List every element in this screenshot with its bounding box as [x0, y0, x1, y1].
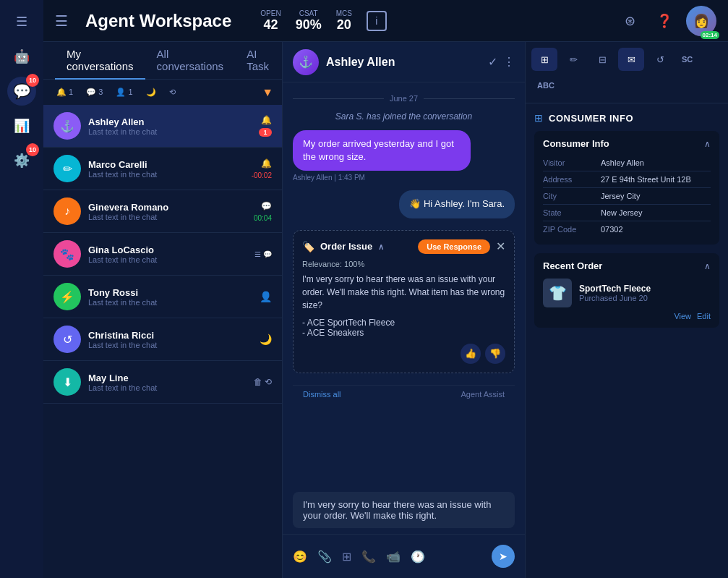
phone-icon[interactable]: 📞: [361, 550, 376, 564]
conv-sub-ashley: Last text in the chat: [88, 127, 252, 136]
conversation-tabs: My conversations All conversations AI Ta…: [43, 42, 282, 80]
conv-item-christina[interactable]: ↺ Christina Ricci Last text in the chat …: [43, 318, 282, 361]
input-toolbar: 😊 📎 ⊞ 📞 📹 🕐 ➤: [293, 542, 515, 571]
more-icon[interactable]: ⋮: [503, 55, 515, 69]
rp-tab-sc[interactable]: SC: [676, 48, 698, 71]
timer-badge: 02:14: [701, 31, 719, 39]
consumer-info-card-header: Consumer Info ∧: [543, 138, 711, 149]
order-thumbnail: 👕: [543, 279, 572, 307]
section-title: CONSUMER INFO: [549, 113, 719, 124]
conv-item-marco[interactable]: ✏ Marco Carelli Last text in the chat 🔔 …: [43, 148, 282, 190]
checkmark-icon[interactable]: ✓: [488, 55, 497, 69]
use-response-button[interactable]: Use Response: [418, 239, 490, 254]
filter-chat[interactable]: 💬 3: [82, 85, 107, 99]
main-area: ☰ Agent Workspace Open 42 CSAT 90% MCS 2…: [43, 0, 728, 578]
suggestion-header: 🏷️ Order Issue ∧ Use Response ✕: [302, 239, 505, 254]
conv-avatar-ginevera: ♪: [53, 197, 81, 225]
rail-stats-icon[interactable]: 📊: [7, 111, 36, 140]
hamburger-icon[interactable]: ☰: [55, 12, 68, 30]
suggestion-list-item-2: - ACE Sneakers: [302, 328, 505, 338]
tab-all-conversations[interactable]: All conversations: [145, 42, 236, 80]
send-button[interactable]: ➤: [492, 545, 515, 568]
conv-info-tony: Tony Rossi Last text in the chat: [88, 287, 252, 307]
rp-tab-grid[interactable]: ⊟: [589, 48, 615, 71]
conv-info-marco: Marco Carelli Last text in the chat: [88, 159, 244, 179]
stat-open-label: Open: [260, 9, 281, 17]
attachment-icon[interactable]: 📎: [317, 550, 332, 564]
cobrowse-icon[interactable]: ⊞: [342, 550, 351, 564]
recent-order-toggle[interactable]: ∧: [704, 261, 711, 271]
ci-key-zip: ZIP Code: [543, 225, 601, 234]
conv-name-gina: Gina LoCascio: [88, 245, 247, 255]
clock-icon[interactable]: 🕐: [411, 550, 425, 564]
recent-order-card: Recent Order ∧ 👕 SportTech Fleece Purcha…: [534, 253, 719, 328]
consumer-info-section-header: ⊞ CONSUMER INFO: [534, 112, 719, 124]
rp-tab-history[interactable]: ↺: [647, 48, 673, 71]
conversation-list: ⚓ Ashley Allen Last text in the chat 🔔 1…: [43, 105, 282, 578]
conv-item-tony[interactable]: ⚡ Tony Rossi Last text in the chat 👤: [43, 276, 282, 318]
consumer-info-icon: ⊞: [534, 112, 543, 124]
help-icon[interactable]: ❓: [651, 8, 677, 34]
close-suggestion-button[interactable]: ✕: [496, 239, 505, 253]
conversations-panel: My conversations All conversations AI Ta…: [43, 42, 282, 578]
conv-avatar-ashley: ⚓: [53, 112, 81, 140]
conv-item-may[interactable]: ⬇ May Line Last text in the chat 🗑 ⟲: [43, 361, 282, 404]
chat-header-actions: ✓ ⋮: [488, 55, 515, 69]
emoji-icon[interactable]: 😊: [293, 550, 307, 564]
tab-ai-task[interactable]: AI Task: [235, 42, 281, 80]
thumbs-down-button[interactable]: 👎: [485, 344, 505, 364]
suggestion-item-list: - ACE SportTech Fleece - ACE Sneakers: [302, 318, 505, 338]
conv-sub-gina: Last text in the chat: [88, 255, 247, 264]
video-icon[interactable]: 📹: [386, 550, 401, 564]
conv-item-gina[interactable]: 🐾 Gina LoCascio Last text in the chat ☰ …: [43, 233, 282, 276]
layers-icon[interactable]: ⊛: [617, 8, 643, 34]
filter-bell[interactable]: 🔔 1: [52, 85, 77, 99]
filter-person[interactable]: 👤 1: [111, 85, 137, 99]
header-right: ⊛ ❓ 👩 02:14: [617, 6, 716, 36]
chat-contact-avatar: ⚓: [293, 49, 319, 75]
conv-info-christina: Christina Ricci Last text in the chat: [88, 330, 252, 349]
rp-tab-edit[interactable]: ✏: [560, 48, 586, 71]
order-name: SportTech Fleece: [579, 284, 711, 294]
filter-transfer[interactable]: ⟲: [165, 85, 180, 99]
info-icon[interactable]: i: [367, 11, 387, 31]
conv-sub-marco: Last text in the chat: [88, 170, 244, 179]
date-divider: June 27: [293, 94, 515, 103]
conv-item-ginevera[interactable]: ♪ Ginevera Romano Last text in the chat …: [43, 190, 282, 233]
conv-meta-gina: ☰ 💬: [254, 250, 272, 258]
agent-avatar[interactable]: 👩 02:14: [686, 6, 716, 36]
chat-input-area: 😊 📎 ⊞ 📞 📹 🕐 ➤: [283, 534, 525, 578]
tag-icon: 🏷️: [302, 241, 314, 252]
ci-row-city: City Jersey City: [543, 188, 711, 205]
filter-icon[interactable]: ▼: [262, 86, 273, 99]
conv-avatar-marco: ✏: [53, 155, 81, 182]
stats-group: Open 42 CSAT 90% MCS 20 i: [260, 9, 387, 33]
tab-my-conversations[interactable]: My conversations: [55, 42, 145, 80]
chat-panel: ⚓ Ashley Allen ✓ ⋮ June 27 Sara S. has j…: [282, 42, 526, 578]
ci-key-address: Address: [543, 175, 601, 184]
rail-connect-icon[interactable]: ⚙️ 10: [7, 146, 36, 175]
conv-sub-christina: Last text in the chat: [88, 341, 252, 349]
conv-meta-may: 🗑 ⟲: [254, 377, 272, 387]
rp-tab-consumer[interactable]: ⊞: [531, 48, 557, 71]
rp-tab-email[interactable]: ✉: [618, 48, 644, 71]
dismiss-all-button[interactable]: Dismiss all: [303, 390, 341, 399]
rail-bot-icon[interactable]: 🤖: [7, 42, 36, 71]
rail-chat-icon[interactable]: 💬 10: [7, 77, 36, 106]
rail-menu-icon[interactable]: ☰: [7, 7, 36, 36]
chat-badge: 10: [26, 74, 39, 87]
view-order-button[interactable]: View: [674, 312, 691, 320]
consumer-info-toggle[interactable]: ∧: [704, 139, 711, 149]
rp-tab-abc[interactable]: ABC: [531, 74, 560, 97]
draft-text-display: I'm very sorry to hear there was an issu…: [293, 492, 515, 528]
edit-order-button[interactable]: Edit: [697, 312, 711, 320]
conv-name-marco: Marco Carelli: [88, 159, 244, 170]
order-date: Purchased June 20: [579, 294, 711, 302]
ci-val-address: 27 E 94th Street Unit 12B: [601, 175, 711, 184]
conv-item-ashley[interactable]: ⚓ Ashley Allen Last text in the chat 🔔 1: [43, 105, 282, 148]
filter-moon[interactable]: 🌙: [142, 85, 160, 99]
conv-name-ginevera: Ginevera Romano: [88, 202, 247, 213]
icon-rail: ☰ 🤖 💬 10 📊 ⚙️ 10: [0, 0, 43, 578]
thumbs-up-button[interactable]: 👍: [461, 344, 481, 364]
conv-info-gina: Gina LoCascio Last text in the chat: [88, 245, 247, 264]
